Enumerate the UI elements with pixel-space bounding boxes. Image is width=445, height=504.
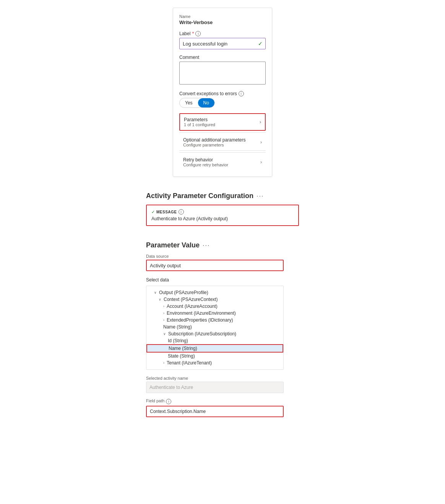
param-value-dots-menu[interactable]: ···: [203, 242, 210, 249]
message-info-icon[interactable]: i: [179, 209, 184, 215]
tree-item-name-string-4[interactable]: Name (String): [146, 344, 283, 353]
convert-exceptions-info-icon[interactable]: i: [239, 91, 244, 96]
message-label-row: ✓ MESSAGE i: [151, 209, 294, 215]
selected-activity-label: Selected activity name: [146, 376, 299, 380]
comment-label: Comment: [179, 55, 199, 60]
account-arrow-icon: ›: [163, 304, 164, 308]
select-data-label: Select data: [146, 277, 299, 283]
optional-params-subtitle: Configure parameters: [183, 143, 245, 147]
tree-item-extended-properties[interactable]: › ExtendedProperties (IDictionary): [146, 317, 283, 324]
retry-behavior-title: Retry behavior: [183, 157, 228, 163]
toggle-yes[interactable]: Yes: [180, 98, 198, 107]
convert-exceptions-group: Convert exceptions to errors i Yes No: [179, 91, 266, 108]
retry-behavior-chevron-icon: ›: [260, 159, 262, 165]
parameters-title: Parameters: [184, 117, 215, 122]
parameters-chevron-icon: ›: [260, 119, 261, 125]
comment-group: Comment: [179, 55, 266, 86]
label-group: Label * i ✓: [179, 31, 266, 49]
activity-param-config-section: Activity Parameter Configuration ··· ✓ M…: [146, 192, 299, 226]
tree-item-state-string[interactable]: State (String): [146, 353, 283, 359]
tree-item-label: Name (String): [163, 324, 192, 330]
label-input-wrapper: ✓: [179, 38, 266, 49]
name-value: Write-Verbose: [179, 20, 266, 25]
optional-params-chevron-icon: ›: [260, 140, 262, 145]
divider-1: [179, 132, 266, 133]
tree-item-context[interactable]: ∨ Context (PSAzureContext): [146, 296, 283, 303]
extended-props-arrow-icon: ›: [163, 318, 164, 322]
write-verbose-panel: Name Write-Verbose Label * i ✓ Comment C…: [173, 8, 272, 177]
message-label: MESSAGE: [156, 210, 177, 214]
tree-item-label: State (String): [168, 353, 195, 359]
tree-item-output[interactable]: ∨ Output (PSAzureProfile): [146, 289, 283, 296]
field-path-info-icon[interactable]: i: [166, 399, 171, 404]
tree-item-label: Subscription (IAzureSubscription): [168, 331, 236, 337]
label-input[interactable]: [179, 38, 266, 49]
toggle-no[interactable]: No: [198, 98, 214, 107]
label-check-icon: ✓: [258, 41, 263, 47]
tree-item-label: Context (PSAzureContext): [164, 297, 218, 302]
label-info-icon[interactable]: i: [195, 31, 201, 36]
tree-item-environment[interactable]: › Environment (IAzureEnvironment): [146, 310, 283, 317]
name-label: Name: [179, 14, 266, 19]
message-value: Authenticate to Azure (Activity output): [151, 216, 294, 221]
context-check-icon: ∨: [159, 298, 161, 301]
tree-item-label: Name (String): [169, 346, 197, 351]
tree-container: ∨ Output (PSAzureProfile) ∨ Context (PSA…: [146, 286, 284, 370]
toggle-group: Yes No: [179, 98, 215, 108]
field-path-label: Field path: [146, 398, 164, 403]
label-field-label: Label: [179, 31, 190, 36]
field-path-value[interactable]: Context.Subscription.Name: [146, 406, 284, 417]
tree-item-label: Environment (IAzureEnvironment): [167, 311, 236, 316]
divider-2: [179, 152, 266, 153]
parameters-subtitle: 1 of 1 configured: [184, 122, 215, 127]
tree-item-id-string[interactable]: Id (String): [146, 337, 283, 344]
tree-item-label: Output (PSAzureProfile): [159, 290, 208, 295]
subscription-check-icon: ∨: [163, 332, 166, 336]
tree-item-account[interactable]: › Account (IAzureAccount): [146, 303, 283, 310]
activity-config-title: Activity Parameter Configuration: [146, 192, 253, 200]
field-path-group: Field path i Context.Subscription.Name: [146, 398, 299, 417]
selected-activity-value: Authenticate to Azure: [146, 382, 284, 393]
output-check-icon: ∨: [154, 291, 157, 294]
convert-exceptions-label: Convert exceptions to errors: [179, 91, 237, 96]
data-source-value[interactable]: Activity output: [146, 260, 284, 271]
retry-behavior-subtitle: Configure retry behavior: [183, 163, 228, 167]
environment-arrow-icon: ›: [163, 311, 164, 315]
data-source-label: Data source: [146, 254, 299, 259]
optional-params-row[interactable]: Optional additional parameters Configure…: [179, 134, 266, 151]
tenant-arrow-icon: ›: [163, 361, 164, 365]
tree-item-tenant[interactable]: › Tenant (IAzureTenant): [146, 359, 283, 366]
tree-item-label: Tenant (IAzureTenant): [167, 360, 212, 366]
retry-behavior-row[interactable]: Retry behavior Configure retry behavior …: [179, 154, 266, 170]
parameters-row[interactable]: Parameters 1 of 1 configured ›: [179, 113, 266, 131]
param-value-title: Parameter Value: [146, 241, 200, 249]
select-data-group: Select data ∨ Output (PSAzureProfile) ∨ …: [146, 277, 299, 370]
tree-item-label: ExtendedProperties (IDictionary): [167, 317, 233, 323]
required-star: *: [192, 31, 194, 36]
data-source-group: Data source Activity output: [146, 254, 299, 271]
tree-item-subscription[interactable]: ∨ Subscription (IAzureSubscription): [146, 330, 283, 337]
optional-params-text: Optional additional parameters Configure…: [183, 137, 245, 147]
param-value-header: Parameter Value ···: [146, 241, 299, 249]
message-check-icon: ✓: [151, 210, 155, 215]
parameters-row-text: Parameters 1 of 1 configured: [184, 117, 215, 127]
optional-params-title: Optional additional parameters: [183, 137, 245, 143]
parameter-value-section: Parameter Value ··· Data source Activity…: [146, 241, 299, 423]
name-group: Name Write-Verbose: [179, 14, 266, 25]
tree-item-name-string-3[interactable]: Name (String): [146, 324, 283, 330]
message-box: ✓ MESSAGE i Authenticate to Azure (Activ…: [146, 205, 299, 226]
activity-config-dots-menu[interactable]: ···: [257, 193, 264, 200]
comment-textarea[interactable]: [179, 62, 266, 85]
selected-activity-group: Selected activity name Authenticate to A…: [146, 376, 299, 393]
retry-behavior-text: Retry behavior Configure retry behavior: [183, 157, 228, 167]
tree-item-label: Id (String): [168, 338, 188, 343]
tree-item-label: Account (IAzureAccount): [167, 304, 218, 309]
activity-config-header: Activity Parameter Configuration ···: [146, 192, 299, 200]
